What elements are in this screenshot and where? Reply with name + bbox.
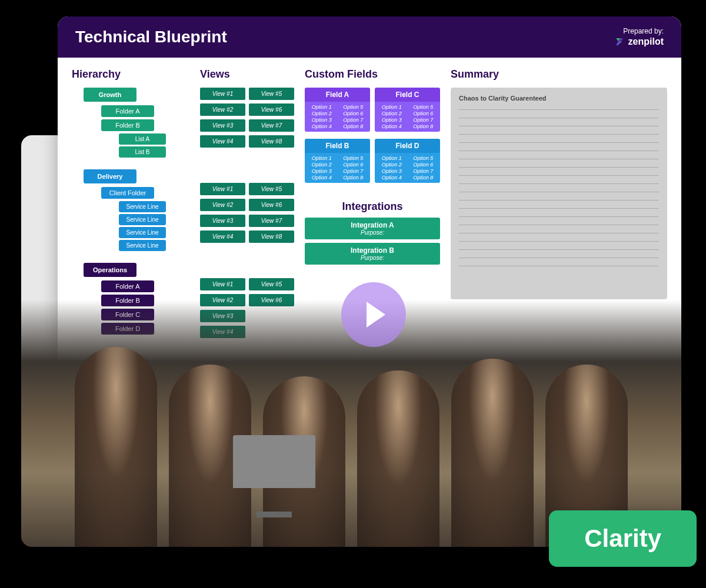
integration-item: Integration A Purpose: bbox=[305, 218, 440, 239]
view-chip: View #5 bbox=[249, 88, 294, 100]
play-button[interactable] bbox=[341, 282, 406, 347]
summary-tagline: Chaos to Clarity Guarenteed bbox=[459, 95, 659, 102]
hierarchy-growth: Growth Folder A Folder B List A List B bbox=[72, 88, 189, 158]
card-header: Technical Blueprint Prepared by: zenpilo… bbox=[58, 16, 681, 58]
view-chip: View #6 bbox=[249, 103, 294, 116]
view-chip: View #4 bbox=[200, 230, 245, 243]
view-chip: View #1 bbox=[200, 278, 245, 290]
integration-item: Integration B Purpose: bbox=[305, 243, 440, 265]
tree-folder: Folder B bbox=[101, 119, 154, 131]
fields-heading: Custom Fields bbox=[305, 68, 440, 81]
field-b: Field B Option 1Option 5 Option 2Option … bbox=[305, 139, 370, 183]
view-chip: View #8 bbox=[249, 230, 294, 243]
tree-list: Service Line bbox=[119, 227, 166, 238]
prepared-by-label: Prepared by: bbox=[614, 27, 664, 35]
view-chip: View #8 bbox=[249, 135, 294, 148]
tree-list: List B bbox=[119, 146, 166, 158]
field-c: Field C Option 1Option 5 Option 2Option … bbox=[375, 88, 440, 132]
view-chip: View #5 bbox=[249, 183, 294, 195]
view-chip: View #3 bbox=[200, 119, 245, 132]
view-chip: View #7 bbox=[249, 215, 294, 227]
view-chip: View #7 bbox=[249, 119, 294, 132]
tree-folder: Folder A bbox=[101, 280, 154, 292]
view-chip: View #2 bbox=[200, 103, 245, 116]
hierarchy-delivery: Delivery Client Folder Service Line Serv… bbox=[72, 169, 189, 251]
summary-heading: Summary bbox=[451, 68, 667, 81]
tree-folder: Folder A bbox=[101, 105, 154, 117]
tree-list: Service Line bbox=[119, 201, 166, 212]
tree-root: Growth bbox=[84, 88, 136, 102]
clarity-button[interactable]: Clarity bbox=[549, 510, 697, 567]
views-heading: Views bbox=[200, 68, 294, 81]
play-icon bbox=[367, 302, 385, 328]
page-title: Technical Blueprint bbox=[75, 28, 227, 46]
views-group-1: View #1 View #5 View #2 View #6 View #3 … bbox=[200, 88, 294, 148]
view-chip: View #5 bbox=[249, 278, 294, 290]
integrations-heading: Integrations bbox=[305, 201, 440, 213]
tree-folder: Client Folder bbox=[101, 187, 154, 199]
zenpilot-logo-icon bbox=[614, 36, 625, 47]
view-chip: View #2 bbox=[200, 199, 245, 211]
view-chip: View #3 bbox=[200, 215, 245, 227]
view-chip: View #1 bbox=[200, 183, 245, 195]
field-a: Field A Option 1Option 5 Option 2Option … bbox=[305, 88, 370, 132]
tree-list: Service Line bbox=[119, 240, 166, 251]
view-chip: View #4 bbox=[200, 135, 245, 148]
tree-root: Operations bbox=[84, 263, 136, 277]
tree-list: List A bbox=[119, 133, 166, 145]
views-group-2: View #1 View #5 View #2 View #6 View #3 … bbox=[200, 183, 294, 243]
summary-panel: Chaos to Clarity Guarenteed bbox=[451, 88, 667, 299]
brand-name: zenpilot bbox=[628, 36, 664, 47]
field-d: Field D Option 1Option 5 Option 2Option … bbox=[375, 139, 440, 183]
tree-root: Delivery bbox=[84, 169, 136, 183]
view-chip: View #1 bbox=[200, 88, 245, 100]
view-chip: View #6 bbox=[249, 199, 294, 211]
tree-list: Service Line bbox=[119, 214, 166, 225]
hierarchy-heading: Hierarchy bbox=[72, 68, 189, 81]
